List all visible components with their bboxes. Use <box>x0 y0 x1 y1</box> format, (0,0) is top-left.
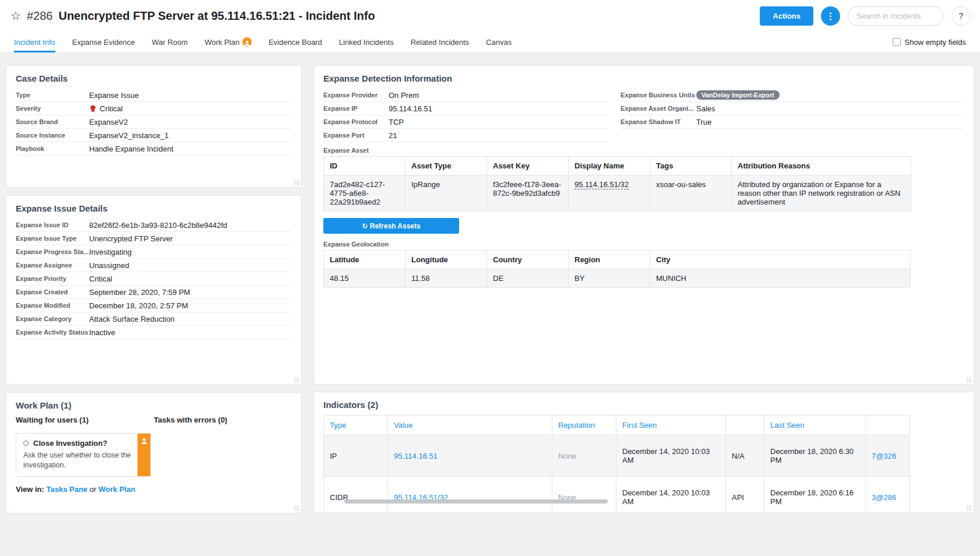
critical-severity-icon <box>89 105 97 112</box>
work-plan-link[interactable]: Work Plan <box>98 485 135 494</box>
task-card[interactable]: Close Investigation? Ask the user whethe… <box>16 433 151 477</box>
country-cell: DE <box>487 269 569 288</box>
case-details-card: Case Details Type Expanse Issue Severity… <box>6 65 302 188</box>
column-header: Latitude <box>324 251 406 269</box>
field-value: September 28, 2020, 7:59 PM <box>89 288 190 297</box>
question-icon: ? <box>958 11 964 20</box>
tab-expanse-evidence[interactable]: Expanse Evidence <box>72 31 135 52</box>
view-in-label: View in: <box>16 485 44 494</box>
card-title: Expanse Issue Details <box>16 203 292 213</box>
column-header <box>726 416 764 435</box>
left-column: Case Details Type Expanse Issue Severity… <box>6 65 302 513</box>
table-header-row: ID Asset Type Asset Key Display Name Tag… <box>324 157 911 175</box>
field-label: Expanse Port <box>323 132 389 139</box>
show-empty-fields-checkbox[interactable] <box>893 38 901 46</box>
vertical-ellipsis-icon: ⋮ <box>826 10 836 22</box>
field-label: Expanse Priority <box>16 275 89 282</box>
column-header: City <box>650 251 911 269</box>
asset-key-cell: f3c2feee-f178-3eea-872c-9be92d3afcb9 <box>487 175 569 212</box>
field-label: Expanse IP <box>323 105 389 112</box>
tasks-pane-link[interactable]: Tasks Pane <box>47 485 88 494</box>
attribution-reasons-cell: Attributed by organization or Expanse fo… <box>732 175 911 212</box>
indicator-type: IP <box>324 435 388 477</box>
tab-incident-info[interactable]: Incident Info <box>14 31 55 52</box>
column-header: Asset Key <box>487 157 569 175</box>
actions-button[interactable]: Actions <box>760 6 813 26</box>
search-input[interactable] <box>848 6 944 26</box>
sort-header-last-seen[interactable]: Last Seen <box>764 416 866 435</box>
tab-canvas[interactable]: Canvas <box>486 31 512 52</box>
column-header: Longitude <box>406 251 487 269</box>
field-row: Expanse Port 21 <box>323 129 609 142</box>
indicator-first-seen: December 14, 2020 10:03 AM <box>616 477 726 513</box>
sort-header-type[interactable]: Type <box>324 416 388 435</box>
tab-related-incidents[interactable]: Related Incidents <box>411 31 469 52</box>
tab-work-plan[interactable]: Work Plan <box>205 31 252 52</box>
column-header: Asset Type <box>406 157 487 175</box>
sort-header-first-seen[interactable]: First Seen <box>616 416 726 435</box>
asset-type-cell: IpRange <box>406 175 487 212</box>
field-row: Expanse Shadow IT True <box>621 115 964 129</box>
view-in-row: View in: Tasks Pane or Work Plan <box>16 485 292 494</box>
horizontal-scrollbar[interactable] <box>344 499 608 504</box>
indicators-table: Type Value Reputation First Seen Last Se… <box>323 415 910 513</box>
table-row: 7ad2e482-c127-4775-a6e8-22a291b9aed2 IpR… <box>324 175 911 212</box>
field-value: Critical <box>89 275 112 283</box>
field-row: Expanse Business Units VanDelay Import-E… <box>621 89 964 102</box>
field-value: ExpanseV2_instance_1 <box>89 131 169 140</box>
indicator-last-seen: December 18, 2020 6:30 PM <box>764 435 866 477</box>
field-label: Expanse Issue Type <box>16 235 89 242</box>
sort-header-value[interactable]: Value <box>388 416 552 435</box>
show-empty-fields-toggle[interactable]: Show empty fields <box>893 31 967 52</box>
field-label: Source Instance <box>16 132 89 139</box>
field-label: Expanse Progress Sta... <box>16 248 89 255</box>
user-waiting-icon <box>139 435 149 445</box>
display-name-link[interactable]: 95.114.16.51/32 <box>574 180 629 189</box>
field-row: Playbook Handle Expanse Incident <box>16 142 292 156</box>
field-row: Expanse Category Attack Surface Reductio… <box>16 312 292 326</box>
latitude-cell: 48.15 <box>324 269 406 288</box>
indicator-type: CIDR <box>324 477 388 513</box>
resize-handle[interactable] <box>966 505 972 511</box>
main-content: Case Details Type Expanse Issue Severity… <box>0 53 980 513</box>
field-row: Expanse Assignee Unassigned <box>16 259 292 272</box>
field-value: December 18, 2020, 2:57 PM <box>89 301 188 310</box>
investigation-link[interactable]: 3@286 <box>872 493 896 502</box>
user-waiting-icon <box>242 37 252 47</box>
city-cell: MUNICH <box>650 269 911 288</box>
field-label: Expanse Shadow IT <box>621 118 696 125</box>
refresh-assets-button[interactable]: ↻ Refresh Assets <box>323 218 459 234</box>
expanse-geolocation-label: Expanse Geolocation <box>323 241 964 248</box>
incident-id: #286 <box>27 9 53 23</box>
more-options-button[interactable]: ⋮ <box>821 6 840 26</box>
resize-handle[interactable] <box>294 180 299 185</box>
waiting-for-users-header: Waiting for users (1) <box>16 416 154 424</box>
table-header-row: Type Value Reputation First Seen Last Se… <box>324 416 910 435</box>
card-title: Case Details <box>16 73 292 83</box>
field-value: ExpanseV2 <box>89 118 128 126</box>
resize-handle[interactable] <box>966 376 972 382</box>
column-header: Attribution Reasons <box>732 157 911 175</box>
indicator-source: N/A <box>726 435 764 477</box>
work-plan-card: Work Plan (1) Waiting for users (1) Task… <box>6 392 302 513</box>
field-row: Expanse Issue Type Unencrypted FTP Serve… <box>16 232 292 245</box>
indicators-card: Indicators (2) Type Value Reputation Fir… <box>313 392 974 513</box>
tab-war-room[interactable]: War Room <box>152 31 188 52</box>
indicator-value-link[interactable]: 95.114.16.51 <box>394 452 438 460</box>
help-button[interactable]: ? <box>951 6 971 26</box>
indicator-reputation: None <box>552 435 616 477</box>
resize-handle[interactable] <box>294 505 299 511</box>
investigation-link[interactable]: 7@326 <box>872 452 896 460</box>
conditional-task-icon <box>22 439 30 447</box>
business-unit-badge: VanDelay Import-Export <box>696 90 780 100</box>
resize-handle[interactable] <box>294 376 299 382</box>
sort-header-reputation[interactable]: Reputation <box>552 416 616 435</box>
field-value: Investigating <box>89 248 132 256</box>
card-title: Expanse Detection Information <box>323 73 964 83</box>
tab-linked-incidents[interactable]: Linked Incidents <box>339 31 394 52</box>
field-row: Source Instance ExpanseV2_instance_1 <box>16 129 292 142</box>
task-title: Close Investigation? <box>33 439 107 448</box>
favorite-star-icon[interactable]: ☆ <box>10 10 21 22</box>
indicator-row: CIDR 95.114.16.51/32 None December 14, 2… <box>324 477 910 513</box>
tab-evidence-board[interactable]: Evidence Board <box>269 31 322 52</box>
